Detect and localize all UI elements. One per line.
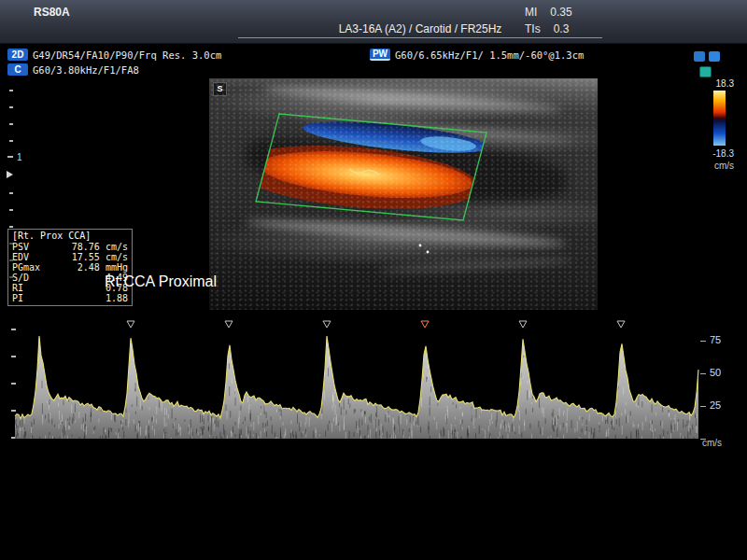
focus-arrow-icon[interactable] bbox=[7, 171, 13, 178]
scale-unit: cm/s bbox=[702, 438, 734, 448]
ruler-tick bbox=[9, 192, 13, 194]
mi-label: MI bbox=[525, 6, 537, 19]
color-doppler-scale-bar bbox=[713, 91, 726, 146]
scale-label-25: 25 bbox=[710, 399, 734, 411]
ruler-tick bbox=[9, 226, 13, 228]
pw-mode-params: G60/6.65kHz/F1/ 1.5mm/-60°@1.3cm bbox=[395, 49, 584, 61]
orientation-marker: S bbox=[213, 82, 227, 96]
tis-value: 0.3 bbox=[554, 22, 570, 35]
beat-marker-icon bbox=[225, 321, 233, 328]
scale-tick bbox=[700, 373, 706, 374]
mechanical-index: MI 0.35 bbox=[525, 6, 609, 19]
measurement-panel: [Rt. Prox CCA] PSV78.76 cm/s EDV17.55 cm… bbox=[7, 229, 133, 306]
ruler-tick bbox=[9, 90, 13, 91]
spectral-doppler-chart bbox=[0, 308, 747, 457]
color-mode-badge: C bbox=[7, 63, 28, 76]
thermal-index: TIs 0.3 bbox=[525, 22, 609, 35]
ruler-tick bbox=[9, 123, 13, 125]
color-mode-params: G60/3.80kHz/F1/FA8 bbox=[33, 64, 139, 76]
measurement-row: EDV17.55 cm/s bbox=[12, 252, 128, 262]
beat-marker-icon bbox=[421, 321, 429, 328]
b-mode-params: G49/DR54/FA10/P90/Frq Res. 3.0cm bbox=[33, 49, 221, 61]
top-status-bar: RS80A LA3-16A (A2) / Carotid / FR25Hz MI… bbox=[0, 0, 747, 44]
b-mode-badge: 2D bbox=[7, 49, 28, 61]
colorbar-unit: cm/s bbox=[698, 161, 734, 171]
scale-label-50: 50 bbox=[710, 367, 734, 378]
preset-divider bbox=[238, 37, 602, 38]
b-mode-image: S bbox=[209, 78, 598, 310]
beat-marker-icon bbox=[519, 321, 527, 328]
indicator-icon-blue-1[interactable] bbox=[694, 51, 705, 62]
pw-mode-badge: PW bbox=[370, 49, 390, 61]
machine-model: RS80A bbox=[34, 6, 70, 19]
measurement-row: PSV78.76 cm/s bbox=[12, 242, 128, 252]
caliper-dot bbox=[419, 245, 422, 247]
ruler-tick bbox=[9, 209, 13, 211]
scale-tick bbox=[700, 341, 706, 342]
beat-marker-icon bbox=[127, 321, 134, 328]
scale-label-75: 75 bbox=[710, 334, 734, 345]
annotation-text: Rt CCA Proximal bbox=[105, 273, 217, 290]
measurement-row: PI1.88 bbox=[12, 293, 128, 303]
tis-label: TIs bbox=[525, 22, 541, 35]
ultrasound-screen: RS80A LA3-16A (A2) / Carotid / FR25Hz MI… bbox=[0, 0, 747, 560]
depth-marker-label: 1 bbox=[17, 152, 22, 162]
color-doppler-overlay bbox=[209, 78, 598, 310]
ruler-tick bbox=[9, 140, 13, 142]
indicator-icon-blue-2[interactable] bbox=[709, 51, 720, 62]
indicator-icon-teal[interactable] bbox=[699, 66, 712, 77]
colorbar-min-velocity: -18.3 bbox=[695, 148, 734, 159]
mi-value: 0.35 bbox=[550, 6, 571, 19]
colorbar-max-velocity: 18.3 bbox=[698, 78, 734, 89]
focus-tick bbox=[7, 156, 13, 158]
measurement-title: [Rt. Prox CCA] bbox=[12, 231, 128, 241]
beat-marker-icon bbox=[617, 321, 625, 328]
caliper-dot bbox=[427, 251, 430, 254]
scale-tick bbox=[700, 406, 706, 407]
beat-marker-icon bbox=[323, 321, 331, 328]
measurement-row: PGmax2.48 mmHg bbox=[12, 262, 128, 273]
ruler-tick bbox=[9, 106, 13, 108]
